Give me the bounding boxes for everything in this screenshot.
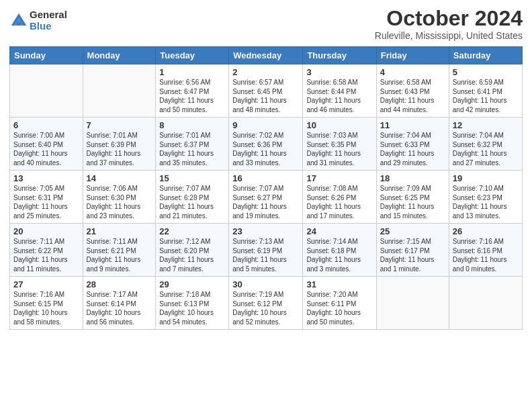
calendar-cell xyxy=(376,277,449,330)
calendar-header-friday: Friday xyxy=(376,47,449,64)
calendar-cell: 30Sunrise: 7:19 AM Sunset: 6:12 PM Dayli… xyxy=(229,277,303,330)
day-info: Sunrise: 7:01 AM Sunset: 6:37 PM Dayligh… xyxy=(159,131,225,167)
day-info: Sunrise: 7:10 AM Sunset: 6:23 PM Dayligh… xyxy=(453,184,519,220)
day-number: 7 xyxy=(87,120,152,130)
day-info: Sunrise: 7:07 AM Sunset: 6:28 PM Dayligh… xyxy=(159,184,225,220)
day-number: 30 xyxy=(232,279,299,289)
calendar-cell: 14Sunrise: 7:06 AM Sunset: 6:30 PM Dayli… xyxy=(83,171,156,224)
calendar-header-monday: Monday xyxy=(83,47,156,64)
calendar-week-4: 20Sunrise: 7:11 AM Sunset: 6:22 PM Dayli… xyxy=(10,224,523,277)
day-number: 20 xyxy=(13,226,79,236)
logo-general: General xyxy=(30,9,67,21)
day-info: Sunrise: 7:06 AM Sunset: 6:30 PM Dayligh… xyxy=(87,184,152,220)
day-info: Sunrise: 7:00 AM Sunset: 6:40 PM Dayligh… xyxy=(13,131,79,167)
calendar-cell: 4Sunrise: 6:58 AM Sunset: 6:43 PM Daylig… xyxy=(376,64,449,118)
day-number: 17 xyxy=(306,173,372,183)
calendar-cell: 2Sunrise: 6:57 AM Sunset: 6:45 PM Daylig… xyxy=(229,64,303,118)
calendar-cell: 16Sunrise: 7:07 AM Sunset: 6:27 PM Dayli… xyxy=(229,171,303,224)
day-number: 1 xyxy=(159,67,225,77)
calendar-cell: 27Sunrise: 7:16 AM Sunset: 6:15 PM Dayli… xyxy=(10,277,83,330)
calendar-week-2: 6Sunrise: 7:00 AM Sunset: 6:40 PM Daylig… xyxy=(10,118,523,171)
calendar-cell xyxy=(449,277,522,330)
calendar-cell: 13Sunrise: 7:05 AM Sunset: 6:31 PM Dayli… xyxy=(10,171,83,224)
day-info: Sunrise: 7:04 AM Sunset: 6:32 PM Dayligh… xyxy=(453,131,519,167)
calendar-cell: 8Sunrise: 7:01 AM Sunset: 6:37 PM Daylig… xyxy=(156,118,229,171)
day-number: 6 xyxy=(13,120,79,130)
day-number: 26 xyxy=(453,226,519,236)
day-number: 21 xyxy=(87,226,152,236)
day-info: Sunrise: 7:16 AM Sunset: 6:16 PM Dayligh… xyxy=(453,237,519,273)
calendar-cell: 11Sunrise: 7:04 AM Sunset: 6:33 PM Dayli… xyxy=(376,118,449,171)
calendar-cell: 17Sunrise: 7:08 AM Sunset: 6:26 PM Dayli… xyxy=(303,171,376,224)
day-number: 4 xyxy=(380,67,445,77)
calendar-header-thursday: Thursday xyxy=(303,47,376,64)
calendar-cell: 18Sunrise: 7:09 AM Sunset: 6:25 PM Dayli… xyxy=(376,171,449,224)
day-info: Sunrise: 7:08 AM Sunset: 6:26 PM Dayligh… xyxy=(306,184,372,220)
calendar-week-1: 1Sunrise: 6:56 AM Sunset: 6:47 PM Daylig… xyxy=(10,64,523,118)
day-info: Sunrise: 7:16 AM Sunset: 6:15 PM Dayligh… xyxy=(13,290,79,326)
day-info: Sunrise: 6:56 AM Sunset: 6:47 PM Dayligh… xyxy=(159,78,225,114)
calendar: SundayMondayTuesdayWednesdayThursdayFrid… xyxy=(9,46,523,330)
calendar-week-5: 27Sunrise: 7:16 AM Sunset: 6:15 PM Dayli… xyxy=(10,277,523,330)
day-info: Sunrise: 7:20 AM Sunset: 6:11 PM Dayligh… xyxy=(306,290,372,326)
calendar-cell: 5Sunrise: 6:59 AM Sunset: 6:41 PM Daylig… xyxy=(449,64,522,118)
day-number: 13 xyxy=(13,173,79,183)
day-number: 16 xyxy=(232,173,299,183)
day-number: 31 xyxy=(306,279,372,289)
calendar-header-row: SundayMondayTuesdayWednesdayThursdayFrid… xyxy=(10,47,523,64)
day-number: 2 xyxy=(232,67,299,77)
day-info: Sunrise: 7:09 AM Sunset: 6:25 PM Dayligh… xyxy=(380,184,445,220)
calendar-cell: 6Sunrise: 7:00 AM Sunset: 6:40 PM Daylig… xyxy=(10,118,83,171)
day-info: Sunrise: 7:14 AM Sunset: 6:18 PM Dayligh… xyxy=(306,237,372,273)
calendar-cell: 7Sunrise: 7:01 AM Sunset: 6:39 PM Daylig… xyxy=(83,118,156,171)
calendar-cell: 31Sunrise: 7:20 AM Sunset: 6:11 PM Dayli… xyxy=(303,277,376,330)
day-number: 22 xyxy=(159,226,225,236)
logo-text: General Blue xyxy=(30,9,67,32)
calendar-cell: 19Sunrise: 7:10 AM Sunset: 6:23 PM Dayli… xyxy=(449,171,522,224)
calendar-cell: 1Sunrise: 6:56 AM Sunset: 6:47 PM Daylig… xyxy=(156,64,229,118)
calendar-cell: 26Sunrise: 7:16 AM Sunset: 6:16 PM Dayli… xyxy=(449,224,522,277)
calendar-cell: 20Sunrise: 7:11 AM Sunset: 6:22 PM Dayli… xyxy=(10,224,83,277)
calendar-cell xyxy=(83,64,156,118)
day-number: 15 xyxy=(159,173,225,183)
location: Ruleville, Mississippi, United States xyxy=(375,30,523,41)
day-info: Sunrise: 7:04 AM Sunset: 6:33 PM Dayligh… xyxy=(380,131,445,167)
day-info: Sunrise: 7:11 AM Sunset: 6:22 PM Dayligh… xyxy=(13,237,79,273)
calendar-cell: 29Sunrise: 7:18 AM Sunset: 6:13 PM Dayli… xyxy=(156,277,229,330)
day-info: Sunrise: 7:19 AM Sunset: 6:12 PM Dayligh… xyxy=(232,290,299,326)
calendar-cell: 9Sunrise: 7:02 AM Sunset: 6:36 PM Daylig… xyxy=(229,118,303,171)
calendar-week-3: 13Sunrise: 7:05 AM Sunset: 6:31 PM Dayli… xyxy=(10,171,523,224)
day-number: 10 xyxy=(306,120,372,130)
day-info: Sunrise: 7:12 AM Sunset: 6:20 PM Dayligh… xyxy=(159,237,225,273)
day-number: 23 xyxy=(232,226,299,236)
day-number: 3 xyxy=(306,67,372,77)
day-number: 18 xyxy=(380,173,445,183)
day-info: Sunrise: 7:13 AM Sunset: 6:19 PM Dayligh… xyxy=(232,237,299,273)
calendar-cell: 22Sunrise: 7:12 AM Sunset: 6:20 PM Dayli… xyxy=(156,224,229,277)
page: General Blue October 2024 Ruleville, Mis… xyxy=(0,0,532,411)
day-info: Sunrise: 7:07 AM Sunset: 6:27 PM Dayligh… xyxy=(232,184,299,220)
day-number: 11 xyxy=(380,120,445,130)
day-number: 27 xyxy=(13,279,79,289)
day-number: 8 xyxy=(159,120,225,130)
day-info: Sunrise: 7:15 AM Sunset: 6:17 PM Dayligh… xyxy=(380,237,445,273)
day-info: Sunrise: 7:05 AM Sunset: 6:31 PM Dayligh… xyxy=(13,184,79,220)
calendar-header-sunday: Sunday xyxy=(10,47,83,64)
calendar-header-tuesday: Tuesday xyxy=(156,47,229,64)
calendar-header-wednesday: Wednesday xyxy=(229,47,303,64)
day-number: 24 xyxy=(306,226,372,236)
day-number: 29 xyxy=(159,279,225,289)
calendar-cell: 24Sunrise: 7:14 AM Sunset: 6:18 PM Dayli… xyxy=(303,224,376,277)
month-title: October 2024 xyxy=(375,7,523,30)
day-info: Sunrise: 7:01 AM Sunset: 6:39 PM Dayligh… xyxy=(87,131,152,167)
day-number: 5 xyxy=(453,67,519,77)
calendar-cell: 25Sunrise: 7:15 AM Sunset: 6:17 PM Dayli… xyxy=(376,224,449,277)
calendar-cell: 21Sunrise: 7:11 AM Sunset: 6:21 PM Dayli… xyxy=(83,224,156,277)
day-info: Sunrise: 6:58 AM Sunset: 6:43 PM Dayligh… xyxy=(380,78,445,114)
day-number: 25 xyxy=(380,226,445,236)
day-number: 28 xyxy=(87,279,152,289)
svg-rect-2 xyxy=(17,21,21,26)
calendar-cell: 3Sunrise: 6:58 AM Sunset: 6:44 PM Daylig… xyxy=(303,64,376,118)
day-info: Sunrise: 7:18 AM Sunset: 6:13 PM Dayligh… xyxy=(159,290,225,326)
day-info: Sunrise: 7:03 AM Sunset: 6:35 PM Dayligh… xyxy=(306,131,372,167)
